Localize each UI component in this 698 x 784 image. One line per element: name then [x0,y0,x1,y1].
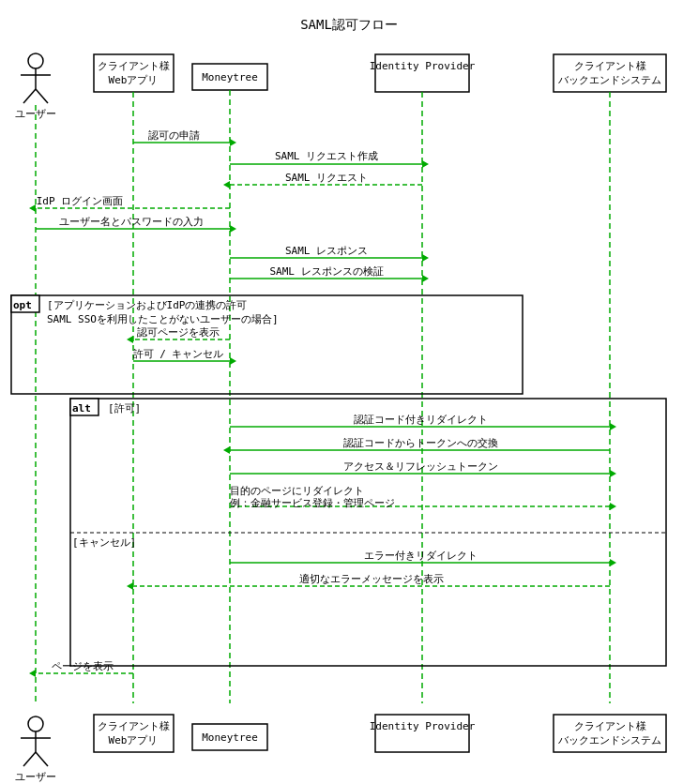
svg-text:バックエンドシステム: バックエンドシステム [557,734,661,746]
svg-text:alt: alt [72,402,91,415]
svg-text:SAML リクエスト: SAML リクエスト [285,172,368,184]
svg-text:SAML リクエスト作成: SAML リクエスト作成 [275,150,378,162]
actor-user-bottom: ユーザー [15,716,56,783]
svg-text:SAML レスポンスの検証: SAML レスポンスの検証 [269,265,383,278]
svg-text:Moneytree: Moneytree [202,731,258,744]
svg-text:バックエンドシステム: バックエンドシステム [557,74,661,86]
svg-text:例：金融サービス登録・管理ページ: 例：金融サービス登録・管理ページ [230,497,395,509]
svg-line-3 [23,89,36,103]
svg-text:クライアント様: クライアント様 [98,60,170,72]
svg-marker-34 [230,225,236,233]
svg-text:SAML SSOを利用したことがないユーザーの場合]: SAML SSOを利用したことがないユーザーの場合] [47,313,279,325]
svg-line-85 [36,752,48,766]
svg-text:認可の申請: 認可の申請 [148,129,200,142]
svg-text:[アプリケーションおよびIdPの連携の許可: [アプリケーションおよびIdPの連携の許可 [47,299,248,311]
svg-text:Identity Provider: Identity Provider [370,720,476,732]
svg-text:IdP ログイン画面: IdP ログイン画面 [37,195,124,207]
svg-point-0 [28,53,43,68]
diagram-svg: ユーザー クライアント様 Webアプリ Moneytree Identity P… [0,0,698,784]
svg-text:エラー付きリダイレクト: エラー付きリダイレクト [364,550,478,562]
diagram-container: SAML認可フロー ユーザー クライアント様 Webアプリ Moneytree … [0,0,698,784]
svg-text:Moneytree: Moneytree [202,71,258,83]
svg-text:許可 / キャンセル: 許可 / キャンセル [133,348,224,360]
svg-marker-40 [422,275,429,282]
svg-point-81 [28,716,43,731]
svg-text:目的のページにリダイレクト: 目的のページにリダイレクト [230,485,364,497]
svg-text:ユーザー名とパスワードの入力: ユーザー名とパスワードの入力 [59,216,204,228]
svg-text:Webアプリ: Webアプリ [109,74,159,86]
svg-marker-25 [422,160,429,168]
svg-text:クライアント様: クライアント様 [98,720,170,732]
svg-text:認証コード付きリダイレクト: 認証コード付きリダイレクト [354,414,488,426]
svg-marker-28 [223,181,230,188]
svg-text:クライアント様: クライアント様 [574,60,646,72]
svg-marker-31 [29,204,36,212]
svg-line-4 [36,89,48,103]
svg-text:ユーザー: ユーザー [15,771,56,783]
svg-text:認証コードからトークンへの交換: 認証コードからトークンへの交換 [343,437,498,449]
svg-text:Webアプリ: Webアプリ [109,734,159,746]
svg-marker-79 [29,670,36,677]
svg-text:SAML レスポンス: SAML レスポンス [285,245,368,257]
svg-text:[キャンセル]: [キャンセル] [72,536,136,549]
svg-line-84 [23,752,36,766]
svg-text:認可ページを表示: 認可ページを表示 [137,326,220,339]
svg-text:クライアント様: クライアント様 [574,720,646,732]
svg-text:Identity Provider: Identity Provider [370,60,476,72]
svg-marker-22 [230,139,236,146]
svg-marker-37 [422,254,429,262]
svg-text:opt: opt [13,299,32,311]
svg-text:適切なエラーメッセージを表示: 適切なエラーメッセージを表示 [299,573,444,585]
svg-text:[許可]: [許可] [108,402,141,415]
svg-text:ページを表示: ページを表示 [52,660,114,672]
svg-text:アクセス＆リフレッシュトークン: アクセス＆リフレッシュトークン [343,460,498,473]
